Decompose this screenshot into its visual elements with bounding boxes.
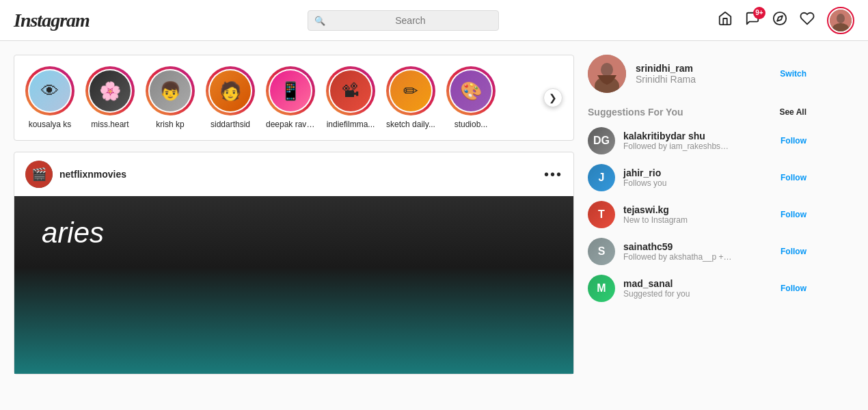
suggestion-username[interactable]: tejaswi.kg <box>623 204 772 215</box>
suggestion-username[interactable]: kalakritibydar shu <box>623 131 772 141</box>
svg-marker-1 <box>777 16 783 21</box>
post-username: netflixnmovies <box>59 169 126 180</box>
sidebar-avatar[interactable] <box>588 55 626 93</box>
svg-point-9 <box>601 63 613 77</box>
suggestion-avatar: DG <box>588 127 615 154</box>
suggestion-item: S sainathc59 Followed by akshatha__p + 1… <box>588 238 806 265</box>
story-label: studiob... <box>455 120 488 129</box>
suggestion-avatar: M <box>588 275 615 302</box>
story-avatar-inner: ✏ <box>389 69 433 113</box>
story-ring: 🎨 <box>446 66 496 115</box>
suggestions-header: Suggestions For You See All <box>588 107 806 118</box>
suggestion-username[interactable]: sainathc59 <box>623 241 772 252</box>
story-ring: ✏ <box>386 66 435 115</box>
post-menu-button[interactable]: ••• <box>544 167 562 182</box>
search-input[interactable] <box>308 10 499 31</box>
story-avatar-img: 🌸 <box>90 70 131 111</box>
story-ring: 👁 <box>25 66 74 115</box>
story-item[interactable]: ✏ sketch daily... <box>386 66 435 129</box>
header: Instagram 🔍 9+ <box>0 0 868 41</box>
story-item[interactable]: 📱 deepak ravi... <box>266 66 315 129</box>
suggestion-info: jahir_rio Follows you <box>623 167 772 188</box>
story-label: indiefilmma... <box>327 120 375 129</box>
story-avatar-inner: 👦 <box>148 69 192 113</box>
story-label: krish kp <box>156 120 184 129</box>
story-item[interactable]: 👦 krish kp <box>146 66 195 129</box>
follow-button[interactable]: Follow <box>781 210 806 219</box>
suggestion-avatar: T <box>588 201 615 228</box>
story-item[interactable]: 🧑 siddarthsid <box>206 66 255 129</box>
suggestion-item: DG kalakritibydar shu Followed by iam_ra… <box>588 127 806 154</box>
story-ring: 🌸 <box>85 66 135 115</box>
suggestion-username[interactable]: mad_sanal <box>623 278 772 289</box>
stories-list: 👁 kousalya ks 🌸 miss.heart 👦 krish kp 🧑 … <box>25 66 530 129</box>
story-avatar-img: 🧑 <box>210 70 251 111</box>
stories-next-button[interactable]: ❯ <box>543 88 562 107</box>
story-item[interactable]: 🌸 miss.heart <box>85 66 135 129</box>
story-avatar-inner: 🌸 <box>88 69 132 113</box>
sidebar-switch-button[interactable]: Switch <box>780 69 806 79</box>
main-layout: 👁 kousalya ks 🌸 miss.heart 👦 krish kp 🧑 … <box>0 41 868 374</box>
story-avatar-img: ✏ <box>390 70 431 111</box>
story-avatar-inner: 🧑 <box>208 69 252 113</box>
story-label: kousalya ks <box>29 120 72 129</box>
suggestion-avatar: S <box>588 238 615 265</box>
story-item[interactable]: 🎨 studiob... <box>446 66 496 129</box>
suggestion-avatar: J <box>588 164 615 191</box>
story-ring: 👦 <box>146 66 195 115</box>
story-avatar-img: 📱 <box>270 70 311 111</box>
nav-icons: 9+ <box>718 7 854 34</box>
heart-icon[interactable] <box>800 11 815 30</box>
story-label: miss.heart <box>91 120 128 129</box>
logo: Instagram <box>14 10 90 31</box>
sidebar-profile: srinidhi_ram Srinidhi Rama Switch <box>588 55 806 93</box>
home-icon[interactable] <box>718 11 733 30</box>
feed: 👁 kousalya ks 🌸 miss.heart 👦 krish kp 🧑 … <box>14 55 574 374</box>
suggestions-list: DG kalakritibydar shu Followed by iam_ra… <box>588 127 806 302</box>
suggestion-sub: New to Instagram <box>623 215 733 225</box>
post-header: 🎬 netflixnmovies ••• <box>14 152 573 196</box>
suggestion-username[interactable]: jahir_rio <box>623 167 772 178</box>
story-avatar-inner: 📽 <box>329 69 372 113</box>
story-ring: 🧑 <box>206 66 255 115</box>
see-all-button[interactable]: See All <box>779 107 806 117</box>
post-image-text: aries <box>42 217 104 249</box>
story-label: deepak ravi... <box>266 120 315 129</box>
suggestion-item: T tejaswi.kg New to Instagram Follow <box>588 201 806 228</box>
suggestion-sub: Followed by iam_rakeshbs07 + 3 m... <box>623 141 733 151</box>
messages-icon[interactable]: 9+ <box>745 11 760 30</box>
profile-avatar-button[interactable] <box>827 7 854 34</box>
follow-button[interactable]: Follow <box>781 173 806 182</box>
story-avatar-inner: 🎨 <box>449 69 493 113</box>
story-label: sketch daily... <box>386 120 435 129</box>
story-avatar-img: 📽 <box>330 70 371 111</box>
story-ring: 📱 <box>266 66 315 115</box>
post-user[interactable]: 🎬 netflixnmovies <box>25 161 126 188</box>
explore-icon[interactable] <box>772 11 787 30</box>
follow-button[interactable]: Follow <box>781 284 806 293</box>
story-avatar-inner: 👁 <box>28 69 72 113</box>
sidebar-username[interactable]: srinidhi_ram <box>636 63 770 74</box>
post-card: 🎬 netflixnmovies ••• aries <box>14 152 574 374</box>
profile-avatar <box>830 10 852 31</box>
story-item[interactable]: 👁 kousalya ks <box>25 66 74 129</box>
search-icon: 🔍 <box>314 15 325 25</box>
sidebar: srinidhi_ram Srinidhi Rama Switch Sugges… <box>588 55 806 374</box>
story-avatar-img: 👁 <box>29 70 70 111</box>
svg-point-4 <box>837 14 845 23</box>
suggestion-item: J jahir_rio Follows you Follow <box>588 164 806 191</box>
suggestion-sub: Follows you <box>623 178 733 188</box>
svg-text:🎬: 🎬 <box>31 167 47 182</box>
follow-button[interactable]: Follow <box>781 136 806 146</box>
suggestion-info: mad_sanal Suggested for you <box>623 278 772 299</box>
suggestion-info: tejaswi.kg New to Instagram <box>623 204 772 225</box>
story-item[interactable]: 📽 indiefilmma... <box>326 66 375 129</box>
story-avatar-img: 👦 <box>150 70 191 111</box>
suggestion-item: M mad_sanal Suggested for you Follow <box>588 275 806 302</box>
suggestion-sub: Followed by akshatha__p + 1 more <box>623 252 733 262</box>
search-wrap: 🔍 <box>308 10 499 31</box>
messages-badge: 9+ <box>753 7 765 19</box>
story-ring: 📽 <box>326 66 375 115</box>
follow-button[interactable]: Follow <box>781 247 806 256</box>
sidebar-profile-info: srinidhi_ram Srinidhi Rama <box>636 63 770 85</box>
